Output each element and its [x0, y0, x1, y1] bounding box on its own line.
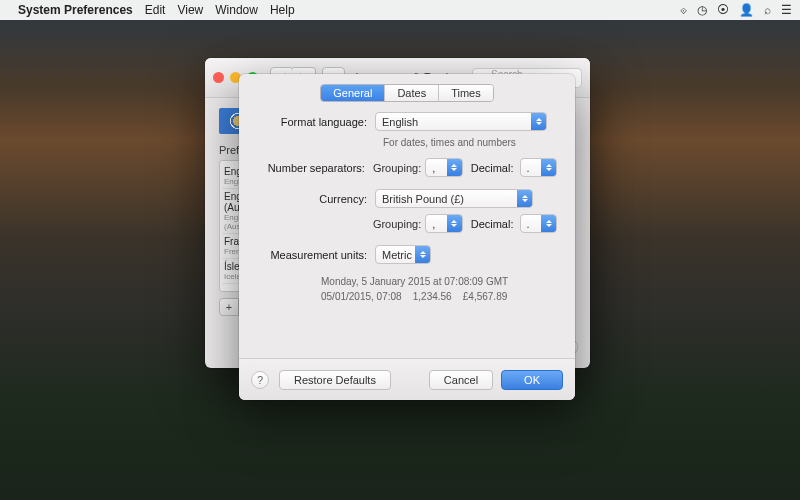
chevron-updown-icon: [531, 113, 546, 130]
format-example: Monday, 5 January 2015 at 07:08:09 GMT 0…: [321, 274, 557, 304]
format-language-select[interactable]: English: [375, 112, 547, 131]
grouping-label: Grouping:: [373, 162, 421, 174]
wifi-icon[interactable]: ⦿: [717, 3, 729, 17]
currency-label: Currency:: [257, 193, 375, 205]
currency-select[interactable]: British Pound (£): [375, 189, 533, 208]
currency-decimal-select[interactable]: .: [520, 214, 558, 233]
chevron-updown-icon: [447, 215, 462, 232]
currency-grouping-select[interactable]: ,: [425, 214, 463, 233]
menubar: System Preferences Edit View Window Help…: [0, 0, 800, 20]
format-language-hint: For dates, times and numbers: [383, 137, 557, 148]
tabs: General Dates Times: [320, 84, 493, 102]
spotlight-icon[interactable]: ⌕: [764, 3, 771, 17]
measurement-units-label: Measurement units:: [257, 249, 375, 261]
menu-help[interactable]: Help: [270, 3, 295, 17]
measurement-select[interactable]: Metric: [375, 245, 431, 264]
close-button[interactable]: [213, 72, 224, 83]
dropbox-icon[interactable]: ⟐: [680, 3, 687, 17]
menu-view[interactable]: View: [177, 3, 203, 17]
currency-decimal-label: Decimal:: [471, 218, 514, 230]
app-name[interactable]: System Preferences: [18, 3, 133, 17]
tab-dates[interactable]: Dates: [385, 85, 439, 101]
chevron-updown-icon: [541, 215, 556, 232]
chevron-updown-icon: [447, 159, 462, 176]
cancel-button[interactable]: Cancel: [429, 370, 493, 390]
add-language-button[interactable]: +: [219, 298, 239, 316]
ok-button[interactable]: OK: [501, 370, 563, 390]
chevron-updown-icon: [517, 190, 532, 207]
advanced-sheet: General Dates Times Format language: Eng…: [239, 74, 575, 400]
chevron-updown-icon: [415, 246, 430, 263]
format-language-label: Format language:: [257, 116, 375, 128]
help-button[interactable]: ?: [251, 371, 269, 389]
number-grouping-select[interactable]: ,: [425, 158, 463, 177]
time-machine-icon[interactable]: ◷: [697, 3, 707, 17]
currency-grouping-label: Grouping:: [373, 218, 421, 230]
decimal-label: Decimal:: [471, 162, 514, 174]
user-icon[interactable]: 👤: [739, 3, 754, 17]
menu-edit[interactable]: Edit: [145, 3, 166, 17]
tab-times[interactable]: Times: [439, 85, 493, 101]
restore-defaults-button[interactable]: Restore Defaults: [279, 370, 391, 390]
chevron-updown-icon: [541, 159, 556, 176]
tab-general[interactable]: General: [321, 85, 385, 101]
sheet-footer: ? Restore Defaults Cancel OK: [239, 358, 575, 400]
notification-center-icon[interactable]: ☰: [781, 3, 792, 17]
menu-window[interactable]: Window: [215, 3, 258, 17]
number-separators-label: Number separators:: [257, 162, 373, 174]
number-decimal-select[interactable]: .: [520, 158, 558, 177]
